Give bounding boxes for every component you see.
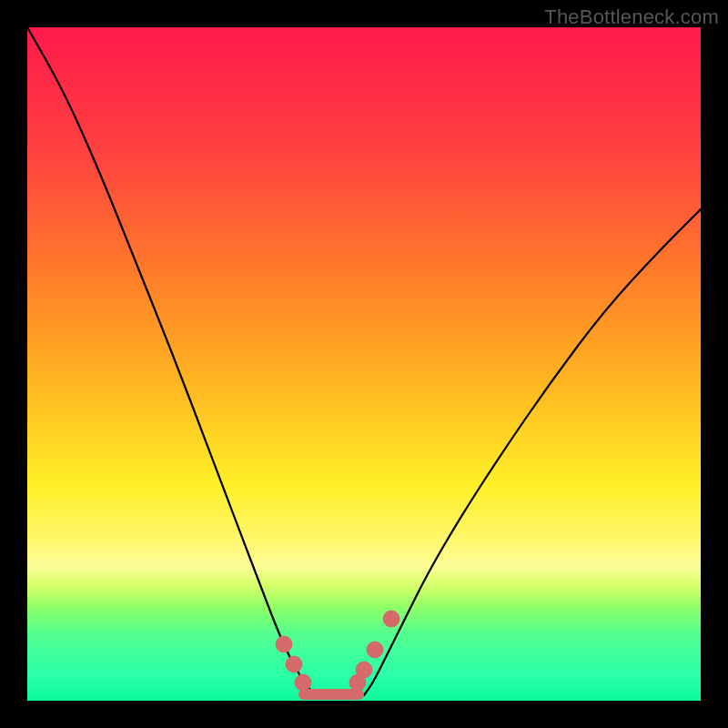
curve-dot bbox=[383, 611, 399, 627]
curve-right bbox=[364, 209, 701, 695]
curve-layer bbox=[27, 27, 701, 701]
curve-dot bbox=[286, 656, 302, 672]
plot-area bbox=[27, 27, 701, 701]
curve-dot bbox=[356, 662, 372, 678]
watermark-text: TheBottleneck.com bbox=[544, 5, 719, 29]
curve-dot bbox=[276, 636, 292, 652]
chart-stage: TheBottleneck.com bbox=[0, 0, 728, 728]
curve-left bbox=[27, 27, 318, 695]
curve-dot bbox=[295, 674, 311, 691]
curve-dot bbox=[367, 642, 383, 658]
dots-group bbox=[276, 611, 399, 691]
